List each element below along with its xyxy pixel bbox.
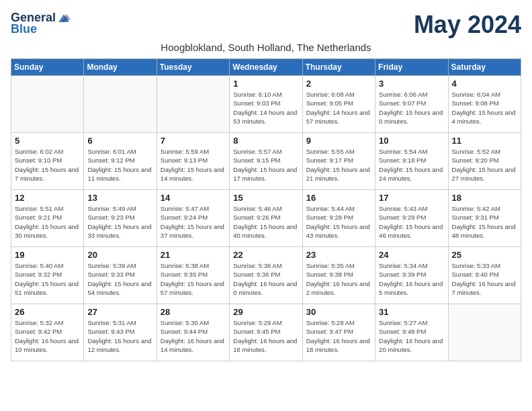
calendar-day-cell: 14Sunrise: 5:47 AM Sunset: 9:24 PM Dayli…	[157, 190, 229, 247]
day-number: 17	[379, 193, 444, 203]
day-info: Sunrise: 5:33 AM Sunset: 9:40 PM Dayligh…	[452, 261, 517, 297]
logo: General Blue	[11, 11, 71, 36]
day-number: 21	[161, 250, 226, 260]
day-number: 24	[379, 250, 444, 260]
weekday-header-sunday: Sunday	[11, 59, 84, 76]
calendar-day-cell	[448, 304, 521, 361]
day-number: 14	[161, 193, 226, 203]
location-subtitle: Hoogblokland, South Holland, The Netherl…	[11, 42, 521, 53]
day-info: Sunrise: 5:49 AM Sunset: 9:23 PM Dayligh…	[87, 204, 152, 240]
day-number: 5	[15, 136, 80, 146]
calendar-day-cell: 9Sunrise: 5:55 AM Sunset: 9:17 PM Daylig…	[302, 133, 375, 190]
day-info: Sunrise: 6:06 AM Sunset: 9:07 PM Dayligh…	[379, 90, 444, 126]
day-info: Sunrise: 5:54 AM Sunset: 9:18 PM Dayligh…	[379, 147, 444, 183]
day-info: Sunrise: 6:10 AM Sunset: 9:03 PM Dayligh…	[233, 90, 298, 126]
day-number: 31	[379, 307, 444, 317]
calendar-day-cell	[84, 76, 157, 133]
weekday-header-thursday: Thursday	[302, 59, 375, 76]
day-info: Sunrise: 6:08 AM Sunset: 9:05 PM Dayligh…	[306, 90, 371, 126]
calendar-week-row: 12Sunrise: 5:51 AM Sunset: 9:21 PM Dayli…	[11, 190, 521, 247]
day-number: 6	[87, 136, 152, 146]
calendar-day-cell: 23Sunrise: 5:35 AM Sunset: 9:38 PM Dayli…	[302, 247, 375, 304]
day-info: Sunrise: 5:46 AM Sunset: 9:26 PM Dayligh…	[233, 204, 298, 240]
day-info: Sunrise: 5:30 AM Sunset: 9:44 PM Dayligh…	[161, 318, 226, 354]
day-info: Sunrise: 5:55 AM Sunset: 9:17 PM Dayligh…	[306, 147, 371, 183]
day-number: 27	[87, 307, 152, 317]
calendar-day-cell: 19Sunrise: 5:40 AM Sunset: 9:32 PM Dayli…	[11, 247, 84, 304]
day-number: 28	[161, 307, 226, 317]
calendar-day-cell	[11, 76, 84, 133]
calendar-day-cell: 18Sunrise: 5:42 AM Sunset: 9:31 PM Dayli…	[448, 190, 521, 247]
calendar-day-cell: 26Sunrise: 5:32 AM Sunset: 9:42 PM Dayli…	[11, 304, 84, 361]
calendar-day-cell: 8Sunrise: 5:57 AM Sunset: 9:15 PM Daylig…	[230, 133, 302, 190]
day-number: 8	[233, 136, 298, 146]
calendar-day-cell: 15Sunrise: 5:46 AM Sunset: 9:26 PM Dayli…	[230, 190, 302, 247]
day-info: Sunrise: 6:01 AM Sunset: 9:12 PM Dayligh…	[87, 147, 152, 183]
calendar-day-cell: 31Sunrise: 5:27 AM Sunset: 9:48 PM Dayli…	[375, 304, 448, 361]
day-number: 18	[452, 193, 517, 203]
day-info: Sunrise: 5:32 AM Sunset: 9:42 PM Dayligh…	[15, 318, 80, 354]
day-info: Sunrise: 5:57 AM Sunset: 9:15 PM Dayligh…	[233, 147, 298, 183]
day-info: Sunrise: 5:59 AM Sunset: 9:13 PM Dayligh…	[161, 147, 226, 183]
day-number: 23	[306, 250, 371, 260]
day-info: Sunrise: 5:28 AM Sunset: 9:47 PM Dayligh…	[306, 318, 371, 354]
day-info: Sunrise: 5:36 AM Sunset: 9:36 PM Dayligh…	[233, 261, 298, 297]
calendar-day-cell: 17Sunrise: 5:43 AM Sunset: 9:29 PM Dayli…	[375, 190, 448, 247]
calendar-week-row: 19Sunrise: 5:40 AM Sunset: 9:32 PM Dayli…	[11, 247, 521, 304]
day-info: Sunrise: 5:39 AM Sunset: 9:33 PM Dayligh…	[87, 261, 152, 297]
calendar-day-cell: 11Sunrise: 5:52 AM Sunset: 9:20 PM Dayli…	[448, 133, 521, 190]
weekday-header-wednesday: Wednesday	[230, 59, 302, 76]
day-number: 16	[306, 193, 371, 203]
day-info: Sunrise: 5:27 AM Sunset: 9:48 PM Dayligh…	[379, 318, 444, 354]
calendar-day-cell: 1Sunrise: 6:10 AM Sunset: 9:03 PM Daylig…	[230, 76, 302, 133]
day-info: Sunrise: 5:35 AM Sunset: 9:38 PM Dayligh…	[306, 261, 371, 297]
day-info: Sunrise: 5:31 AM Sunset: 9:43 PM Dayligh…	[87, 318, 152, 354]
calendar-day-cell: 7Sunrise: 5:59 AM Sunset: 9:13 PM Daylig…	[157, 133, 229, 190]
calendar-day-cell: 25Sunrise: 5:33 AM Sunset: 9:40 PM Dayli…	[448, 247, 521, 304]
day-info: Sunrise: 5:38 AM Sunset: 9:35 PM Dayligh…	[161, 261, 226, 297]
calendar-day-cell: 22Sunrise: 5:36 AM Sunset: 9:36 PM Dayli…	[230, 247, 302, 304]
day-number: 2	[306, 79, 371, 89]
calendar-day-cell: 24Sunrise: 5:34 AM Sunset: 9:39 PM Dayli…	[375, 247, 448, 304]
calendar-day-cell: 16Sunrise: 5:44 AM Sunset: 9:28 PM Dayli…	[302, 190, 375, 247]
day-info: Sunrise: 5:47 AM Sunset: 9:24 PM Dayligh…	[161, 204, 226, 240]
calendar-day-cell	[157, 76, 229, 133]
calendar-day-cell: 5Sunrise: 6:02 AM Sunset: 9:10 PM Daylig…	[11, 133, 84, 190]
calendar-week-row: 1Sunrise: 6:10 AM Sunset: 9:03 PM Daylig…	[11, 76, 521, 133]
calendar-day-cell: 10Sunrise: 5:54 AM Sunset: 9:18 PM Dayli…	[375, 133, 448, 190]
calendar-week-row: 5Sunrise: 6:02 AM Sunset: 9:10 PM Daylig…	[11, 133, 521, 190]
calendar-day-cell: 6Sunrise: 6:01 AM Sunset: 9:12 PM Daylig…	[84, 133, 157, 190]
calendar-day-cell: 29Sunrise: 5:29 AM Sunset: 9:45 PM Dayli…	[230, 304, 302, 361]
month-title: May 2024	[414, 11, 521, 39]
day-info: Sunrise: 5:40 AM Sunset: 9:32 PM Dayligh…	[15, 261, 80, 297]
day-info: Sunrise: 5:52 AM Sunset: 9:20 PM Dayligh…	[452, 147, 517, 183]
day-number: 12	[15, 193, 80, 203]
calendar-week-row: 26Sunrise: 5:32 AM Sunset: 9:42 PM Dayli…	[11, 304, 521, 361]
day-info: Sunrise: 5:42 AM Sunset: 9:31 PM Dayligh…	[452, 204, 517, 240]
weekday-header-saturday: Saturday	[448, 59, 521, 76]
page-header: General Blue May 2024	[11, 11, 521, 39]
calendar-day-cell: 12Sunrise: 5:51 AM Sunset: 9:21 PM Dayli…	[11, 190, 84, 247]
day-number: 20	[87, 250, 152, 260]
calendar-day-cell: 4Sunrise: 6:04 AM Sunset: 9:08 PM Daylig…	[448, 76, 521, 133]
logo-blue-text: Blue	[11, 22, 37, 36]
day-number: 10	[379, 136, 444, 146]
calendar-table: SundayMondayTuesdayWednesdayThursdayFrid…	[11, 58, 521, 361]
weekday-header-friday: Friday	[375, 59, 448, 76]
day-number: 9	[306, 136, 371, 146]
day-info: Sunrise: 6:02 AM Sunset: 9:10 PM Dayligh…	[15, 147, 80, 183]
day-number: 25	[452, 250, 517, 260]
day-info: Sunrise: 5:34 AM Sunset: 9:39 PM Dayligh…	[379, 261, 444, 297]
day-number: 11	[452, 136, 517, 146]
calendar-day-cell: 28Sunrise: 5:30 AM Sunset: 9:44 PM Dayli…	[157, 304, 229, 361]
day-number: 15	[233, 193, 298, 203]
day-number: 1	[233, 79, 298, 89]
logo-icon	[57, 13, 71, 24]
calendar-day-cell: 21Sunrise: 5:38 AM Sunset: 9:35 PM Dayli…	[157, 247, 229, 304]
calendar-day-cell: 13Sunrise: 5:49 AM Sunset: 9:23 PM Dayli…	[84, 190, 157, 247]
calendar-day-cell: 20Sunrise: 5:39 AM Sunset: 9:33 PM Dayli…	[84, 247, 157, 304]
day-number: 4	[452, 79, 517, 89]
day-number: 7	[161, 136, 226, 146]
day-number: 22	[233, 250, 298, 260]
day-info: Sunrise: 5:43 AM Sunset: 9:29 PM Dayligh…	[379, 204, 444, 240]
